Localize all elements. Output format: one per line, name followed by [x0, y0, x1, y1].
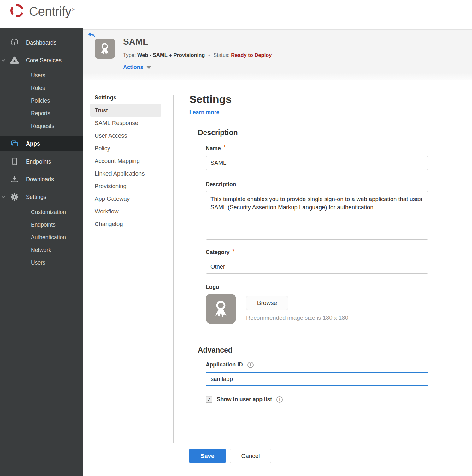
apps-icon [10, 139, 19, 148]
name-label: Name * [206, 145, 428, 152]
award-ribbon-icon [98, 42, 112, 56]
app-settings-nav: Settings Trust SAML Response User Access… [90, 92, 161, 230]
tab-workflow[interactable]: Workflow [90, 205, 161, 218]
sidebar-item-policies[interactable]: Policies [0, 94, 83, 107]
tab-changelog[interactable]: Changelog [90, 218, 161, 230]
actions-dropdown[interactable]: Actions [123, 64, 152, 71]
sidebar-item-reports[interactable]: Reports [0, 107, 83, 120]
info-icon[interactable]: i [276, 396, 283, 403]
form-actions: Save Cancel [189, 449, 428, 463]
tab-trust[interactable]: Trust [90, 104, 161, 117]
status-badge: Ready to Deploy [231, 52, 272, 58]
download-icon [10, 175, 19, 184]
top-bar: Centrify® [0, 0, 472, 28]
advanced-section-heading: Advanced [198, 346, 428, 354]
sidebar-item-users-settings[interactable]: Users [0, 256, 83, 269]
tab-app-gateway[interactable]: App Gateway [90, 193, 161, 205]
trademark-symbol: ® [72, 8, 74, 12]
meta-separator: • [208, 52, 210, 58]
brand-logo: Centrify® [9, 3, 74, 20]
award-ribbon-icon [211, 299, 231, 318]
sidebar: Dashboards Core Services Users Roles Pol… [0, 28, 83, 476]
actions-label: Actions [123, 64, 143, 71]
category-field[interactable] [206, 260, 428, 274]
logo-size-hint: Recommended image size is 180 x 180 [246, 314, 348, 321]
save-button[interactable]: Save [189, 449, 226, 463]
description-section-heading: Description [198, 128, 428, 137]
app-meta-line: Type: Web - SAML + Provisioning • Status… [123, 52, 272, 58]
app-logo-badge [95, 39, 115, 59]
cancel-button[interactable]: Cancel [230, 449, 271, 463]
logo-row: Browse Recommended image size is 180 x 1… [206, 294, 428, 324]
content-title: Settings [189, 93, 428, 105]
vertical-divider [173, 95, 174, 443]
required-asterisk: * [223, 145, 226, 150]
sidebar-item-dashboards[interactable]: Dashboards [0, 35, 83, 50]
sidebar-item-settings[interactable]: Settings [0, 190, 83, 204]
sidebar-item-authentication[interactable]: Authentication [0, 231, 83, 244]
learn-more-link[interactable]: Learn more [189, 109, 219, 116]
logo-label: Logo [206, 284, 428, 290]
tab-policy[interactable]: Policy [90, 142, 161, 155]
type-label: Type: [123, 52, 136, 58]
browse-button[interactable]: Browse [246, 296, 288, 310]
sidebar-item-apps[interactable]: Apps [0, 136, 83, 151]
sidebar-item-core-services[interactable]: Core Services [0, 53, 83, 68]
app-page-header: SAML Type: Web - SAML + Provisioning • S… [83, 29, 472, 80]
show-in-app-list-checkbox[interactable]: ✓ [206, 396, 212, 403]
name-field[interactable] [206, 156, 428, 170]
tab-account-mapping[interactable]: Account Mapping [90, 155, 161, 167]
app-logo-preview [206, 294, 236, 324]
required-asterisk: * [232, 249, 235, 253]
description-form-group: Name * Description This template enables… [206, 145, 428, 324]
chevron-down-icon [1, 57, 5, 63]
tab-saml-response[interactable]: SAML Response [90, 117, 161, 129]
sidebar-item-users[interactable]: Users [0, 69, 83, 82]
sidebar-item-endpoints-settings[interactable]: Endpoints [0, 218, 83, 231]
tab-user-access[interactable]: User Access [90, 129, 161, 142]
application-id-label: Application ID i [206, 361, 428, 368]
advanced-form-group: Application ID i ✓ Show in user app list… [206, 361, 428, 403]
sidebar-item-endpoints[interactable]: Endpoints [0, 154, 83, 169]
gear-icon [10, 193, 19, 201]
tab-provisioning[interactable]: Provisioning [90, 180, 161, 193]
status-label: Status: [213, 52, 229, 58]
settings-nav-header: Settings [90, 92, 161, 104]
sidebar-item-customization[interactable]: Customization [0, 206, 83, 218]
info-icon[interactable]: i [247, 362, 254, 368]
category-label: Category * [206, 249, 428, 256]
chevron-down-icon [146, 66, 152, 69]
page-title: SAML [123, 37, 148, 47]
show-in-app-list-label: Show in user app list [217, 396, 272, 403]
core-services-icon [10, 56, 19, 65]
centrify-logo-icon [9, 3, 25, 20]
back-arrow-icon[interactable] [88, 32, 95, 38]
tab-linked-applications[interactable]: Linked Applications [90, 167, 161, 180]
show-in-app-list-row: ✓ Show in user app list i [206, 396, 428, 403]
sidebar-item-roles[interactable]: Roles [0, 82, 83, 94]
description-field[interactable]: This template enables you to provide sin… [206, 191, 428, 240]
settings-form: Settings Learn more Description Name * D… [189, 88, 428, 463]
logo-controls: Browse Recommended image size is 180 x 1… [246, 294, 348, 321]
chevron-down-icon [1, 194, 5, 200]
brand-name: Centrify® [29, 4, 74, 19]
device-icon [10, 157, 19, 166]
application-id-field[interactable] [206, 372, 428, 386]
settings-subnav: Customization Endpoints Authentication N… [0, 206, 83, 269]
gauge-icon [10, 38, 19, 47]
sidebar-item-requests[interactable]: Requests [0, 120, 83, 132]
core-services-subnav: Users Roles Policies Reports Requests [0, 69, 83, 132]
sidebar-item-network[interactable]: Network [0, 244, 83, 256]
type-value: Web - SAML + Provisioning [137, 52, 205, 58]
sidebar-item-downloads[interactable]: Downloads [0, 172, 83, 187]
description-label: Description [206, 181, 428, 188]
